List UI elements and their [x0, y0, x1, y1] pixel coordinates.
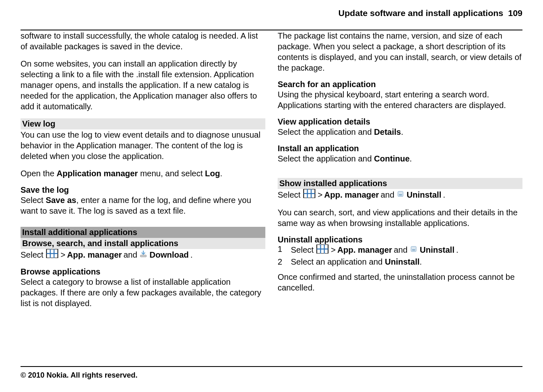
body-text: Select the application and Continue. — [278, 153, 522, 164]
uninstall-icon — [397, 189, 404, 200]
uninstall-icon — [410, 245, 417, 255]
heading-browse-search-install: Browse, search, and install applications — [21, 238, 265, 249]
list-item: 2 Select an application and Uninstall. — [278, 257, 522, 267]
body-text: You can search, sort, and view applicati… — [278, 207, 522, 228]
select-line: Select > App. manager and Uninstall. — [278, 189, 522, 201]
body-text: Open the Application manager menu, and s… — [21, 168, 265, 179]
heading-save-log: Save the log — [21, 185, 265, 195]
body-text: Once confirmed and started, the uninstal… — [278, 272, 522, 293]
page-number: 109 — [508, 8, 522, 18]
heading-browse-apps: Browse applications — [21, 267, 265, 277]
right-column: The package list contains the name, vers… — [278, 30, 522, 315]
download-icon — [140, 249, 147, 260]
select-line: Select > App. manager and Download. — [21, 249, 265, 261]
heading-view-details: View application details — [278, 117, 522, 127]
header-title: Update software and install applications — [338, 8, 503, 18]
body-text: Using the physical keyboard, start enter… — [278, 89, 522, 111]
body-text: The package list contains the name, vers… — [278, 30, 522, 73]
list-item: 1 Select > App. manager and Uninstall. — [278, 244, 522, 256]
heading-search-app: Search for an application — [278, 80, 522, 89]
heading-install-app: Install an application — [278, 144, 522, 153]
apps-grid-icon — [303, 189, 315, 201]
left-column: software to install successfully, the wh… — [21, 30, 265, 315]
page-header: Update software and install applications… — [21, 8, 522, 21]
heading-uninstall-apps: Uninstall applications — [278, 235, 522, 244]
body-text: software to install successfully, the wh… — [21, 30, 265, 52]
heading-install-additional: Install additional applications — [21, 227, 265, 238]
body-text: Select Save as, enter a name for the log… — [21, 195, 265, 216]
apps-grid-icon — [46, 249, 58, 261]
footer-copyright: © 2010 Nokia. All rights reserved. — [21, 366, 522, 380]
body-text: Select the application and Details. — [278, 127, 522, 137]
body-text: On some websites, you can install an app… — [21, 58, 265, 112]
heading-view-log: View log — [21, 118, 265, 129]
heading-show-installed: Show installed applications — [278, 178, 522, 189]
body-text: Select a category to browse a list of in… — [21, 277, 265, 309]
apps-grid-icon — [316, 244, 329, 256]
body-text: You can use the log to view event detail… — [21, 129, 265, 161]
